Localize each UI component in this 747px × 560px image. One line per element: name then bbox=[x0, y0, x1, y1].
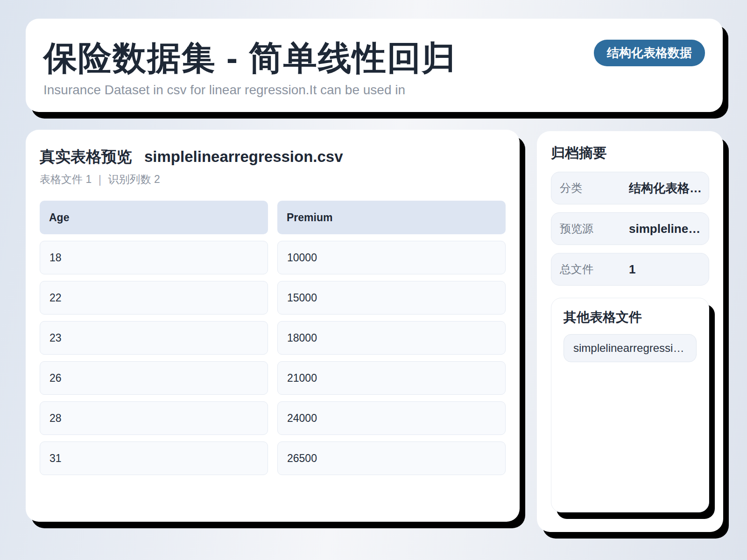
other-files-title: 其他表格文件 bbox=[564, 310, 697, 325]
table-cell: 21000 bbox=[277, 361, 506, 395]
file-list: simplelinearregression.csv bbox=[564, 334, 697, 362]
table-cell: 23 bbox=[40, 321, 268, 355]
preview-meta: 表格文件 1 ｜ 识别列数 2 bbox=[40, 172, 506, 187]
table-cell: 10000 bbox=[277, 241, 506, 274]
table-cell: 18000 bbox=[277, 321, 506, 355]
summary-item-value: 结构化表格数据 bbox=[629, 180, 702, 196]
summary-item-label: 总文件 bbox=[560, 262, 629, 277]
table-cell: 24000 bbox=[277, 401, 506, 435]
table-cell: 31 bbox=[40, 441, 268, 475]
header-card: 结构化表格数据 保险数据集 - 简单线性回归 Insurance Dataset… bbox=[26, 19, 723, 112]
summary-item-label: 分类 bbox=[560, 181, 629, 196]
column-header: Age bbox=[40, 201, 268, 234]
table-cell: 28 bbox=[40, 401, 268, 435]
summary-list: 分类结构化表格数据预览源simplelinearregression.csv总文… bbox=[551, 172, 709, 286]
column-header: Premium bbox=[277, 201, 506, 234]
summary-item-value: simplelinearregression.csv bbox=[629, 222, 702, 236]
table-cell: 22 bbox=[40, 281, 268, 315]
preview-header: 真实表格预览 simplelinearregression.csv bbox=[40, 147, 506, 168]
data-table: AgePremium181000022150002318000262100028… bbox=[40, 201, 506, 475]
summary-item: 分类结构化表格数据 bbox=[551, 172, 709, 204]
summary-item: 预览源simplelinearregression.csv bbox=[551, 212, 709, 245]
file-pill[interactable]: simplelinearregression.csv bbox=[564, 334, 697, 362]
summary-item-label: 预览源 bbox=[560, 221, 629, 236]
table-cell: 15000 bbox=[277, 281, 506, 315]
preview-filename: simplelinearregression.csv bbox=[144, 148, 343, 166]
other-files-card: 其他表格文件 simplelinearregression.csv bbox=[551, 298, 709, 512]
preview-card: 真实表格预览 simplelinearregression.csv 表格文件 1… bbox=[26, 130, 520, 522]
table-cell: 26 bbox=[40, 361, 268, 395]
category-badge: 结构化表格数据 bbox=[594, 40, 705, 66]
preview-title: 真实表格预览 bbox=[40, 147, 132, 168]
page-subtitle: Insurance Dataset in csv for linear regr… bbox=[43, 83, 705, 98]
archive-summary-title: 归档摘要 bbox=[551, 145, 709, 161]
summary-item: 总文件1 bbox=[551, 253, 709, 286]
summary-item-value: 1 bbox=[629, 262, 702, 277]
sidebar-card: 归档摘要 分类结构化表格数据预览源simplelinearregression.… bbox=[537, 131, 723, 532]
table-cell: 18 bbox=[40, 241, 268, 274]
table-cell: 26500 bbox=[277, 441, 506, 475]
